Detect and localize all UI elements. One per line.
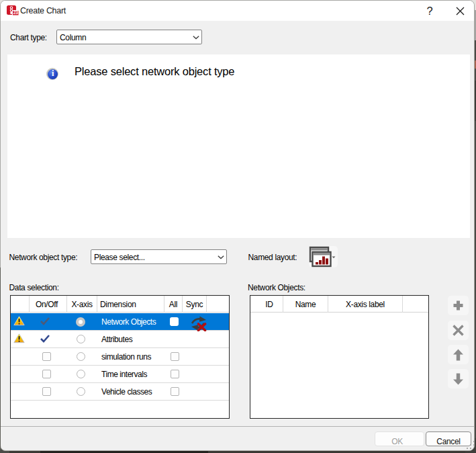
svg-text:23: 23	[13, 10, 18, 15]
